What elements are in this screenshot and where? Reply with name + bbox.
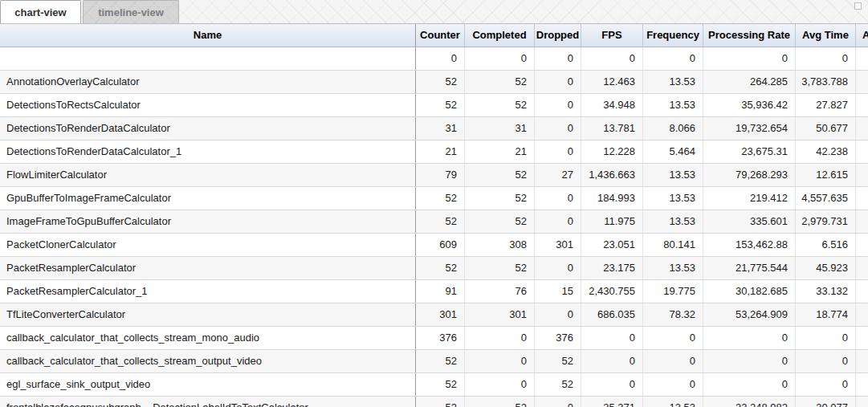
column-header-dropped[interactable]: Dropped [535,24,581,47]
cell-value: 35,936.42 [703,94,796,116]
cell-value: 52 [416,397,465,407]
table-row[interactable]: PacketClonerCalculator60930830123.05180.… [0,234,868,257]
popout-square-icon[interactable] [854,2,862,10]
cell-value [856,234,868,256]
cell-value: 52 [416,257,465,279]
cell-value: 0 [796,373,856,396]
table-row[interactable]: ImageFrameToGpuBufferCalculator5252011.9… [0,210,868,234]
cell-value [856,373,868,396]
table-row[interactable]: frontalblazefacegpusubgraph__DetectionLa… [0,397,868,407]
table-row[interactable]: AnnotationOverlayCalculator5252012.46313… [0,71,868,94]
table-row[interactable]: DetectionsToRenderDataCalculator_1212101… [0,140,868,164]
column-header-frequency[interactable]: Frequency [643,24,703,47]
cell-value: 13.781 [581,117,643,140]
cell-value: 23.051 [581,234,643,256]
column-header-completed[interactable]: Completed [465,24,535,47]
cell-value: 0 [535,210,581,233]
cell-value: 0 [581,350,643,372]
cell-value: 12.615 [796,164,856,186]
table-row[interactable]: PacketResamplerCalculator_19176152,430.7… [0,280,868,303]
cell-value: 23.175 [581,257,643,279]
cell-value: 2,430.755 [581,280,643,303]
cell-value [856,350,868,372]
cell-value: 23,675.31 [703,140,796,163]
cell-value: 609 [416,234,465,256]
table-row[interactable]: 0000000 [0,47,868,71]
cell-value: 15 [535,280,581,303]
cell-value: 13.53 [643,71,703,93]
cell-value: 52 [535,350,581,372]
cell-value: 35.371 [581,397,643,407]
cell-value: 3,783.788 [796,71,856,93]
column-header-processing-rate[interactable]: Processing Rate [703,24,796,47]
table-row[interactable]: GpuBufferToImageFrameCalculator52520184.… [0,187,868,210]
cell-name: callback_calculator_that_collects_stream… [0,350,416,372]
cell-value: 0 [535,187,581,210]
cell-value [856,140,868,163]
cell-value: 52 [416,94,465,116]
cell-value: 308 [465,234,535,256]
cell-value: 2,979.731 [796,210,856,233]
cell-value [856,47,868,70]
cell-name: frontalblazefacegpusubgraph__DetectionLa… [0,397,416,407]
cell-value: 21 [465,140,535,163]
cell-value: 52 [416,210,465,233]
table-row[interactable]: FlowLimiterCalculator7952271,436.66313.5… [0,164,868,187]
cell-value: 301 [535,234,581,256]
column-header-avg-time[interactable]: Avg Time [796,24,856,47]
cell-value: 13.53 [643,187,703,210]
cell-name: PacketClonerCalculator [0,234,416,256]
cell-name [0,47,416,70]
tab-chart-view[interactable]: chart-view [0,0,81,23]
cell-value: 0 [465,47,535,70]
column-header-counter[interactable]: Counter [416,24,465,47]
cell-value: 21,775.544 [703,257,796,279]
table-row[interactable]: PacketResamplerCalculator5252023.17513.5… [0,257,868,280]
cell-value: 0 [465,350,535,372]
table-row[interactable]: egl_surface_sink_output_video520520000 [0,373,868,397]
table-row[interactable]: callback_calculator_that_collects_stream… [0,327,868,350]
cell-value: 0 [535,303,581,326]
cell-value: 0 [535,94,581,116]
cell-value: 30.077 [796,397,856,407]
cell-value: 80.141 [643,234,703,256]
cell-value: 33,248.982 [703,397,796,407]
cell-value: 31 [416,117,465,140]
tab-timeline-view[interactable]: timeline-view [83,0,179,23]
cell-value: 30,182.685 [703,280,796,303]
cell-value: 0 [416,47,465,70]
cell-value: 52 [535,373,581,396]
cell-name: ImageFrameToGpuBufferCalculator [0,210,416,233]
column-header-fps[interactable]: FPS [581,24,643,47]
cell-value: 13.53 [643,397,703,407]
cell-value: 27 [535,164,581,186]
cell-value: 42.238 [796,140,856,163]
cell-value: 12.463 [581,71,643,93]
cell-value [856,303,868,326]
cell-name: AnnotationOverlayCalculator [0,71,416,93]
cell-value: 153,462.88 [703,234,796,256]
column-header-a[interactable]: A [856,24,868,47]
cell-value: 78.32 [643,303,703,326]
table-row[interactable]: DetectionsToRectsCalculator5252034.94813… [0,94,868,117]
cell-name: callback_calculator_that_collects_stream… [0,327,416,349]
table-body: 0000000AnnotationOverlayCalculator525201… [0,47,868,407]
cell-value: 0 [535,140,581,163]
cell-value: 0 [535,47,581,70]
cell-value: 50.677 [796,117,856,140]
cell-name: egl_surface_sink_output_video [0,373,416,396]
cell-value: 335.601 [703,210,796,233]
cell-value: 31 [465,117,535,140]
cell-value: 13.53 [643,94,703,116]
cell-value: 13.53 [643,164,703,186]
cell-value: 0 [535,71,581,93]
cell-value [856,257,868,279]
table-row[interactable]: DetectionsToRenderDataCalculator3131013.… [0,117,868,140]
cell-value: 91 [416,280,465,303]
cell-name: DetectionsToRenderDataCalculator_1 [0,140,416,163]
table-row[interactable]: TfLiteConverterCalculator3013010686.0357… [0,303,868,327]
table-row[interactable]: callback_calculator_that_collects_stream… [0,350,868,373]
cell-value: 219.412 [703,187,796,210]
cell-value: 0 [535,397,581,407]
column-header-name[interactable]: Name [0,24,416,47]
